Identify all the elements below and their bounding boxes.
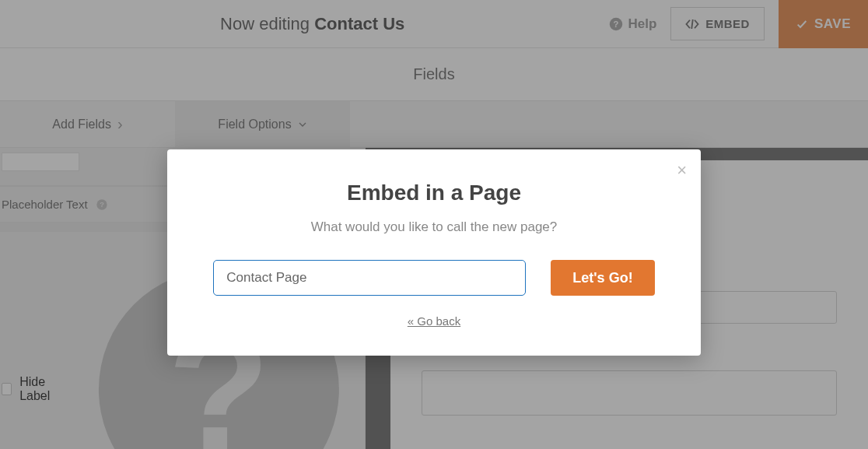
modal-subtitle: What would you like to call the new page… bbox=[206, 219, 662, 235]
close-icon: × bbox=[677, 160, 687, 180]
embed-modal: × Embed in a Page What would you like to… bbox=[167, 149, 701, 356]
page-name-input[interactable] bbox=[213, 260, 526, 296]
modal-title: Embed in a Page bbox=[206, 181, 662, 205]
go-back-label: « Go back bbox=[408, 314, 460, 328]
lets-go-label: Let's Go! bbox=[572, 270, 632, 286]
modal-form-row: Let's Go! bbox=[206, 260, 662, 296]
go-back-link[interactable]: « Go back bbox=[206, 314, 662, 328]
close-button[interactable]: × bbox=[677, 160, 687, 181]
app-root: Now editing Contact Us ? Help EMBED SAVE… bbox=[0, 0, 868, 449]
lets-go-button[interactable]: Let's Go! bbox=[551, 260, 654, 296]
modal-overlay[interactable]: × Embed in a Page What would you like to… bbox=[0, 0, 868, 449]
